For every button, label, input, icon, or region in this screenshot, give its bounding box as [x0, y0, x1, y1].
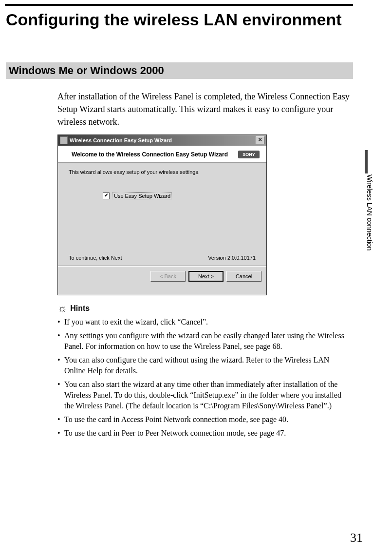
wizard-header: Welcome to the Wireless Connection Easy …	[58, 146, 266, 162]
wizard-body: This wizard allows easy setup of your wi…	[58, 163, 266, 266]
use-easy-setup-label: Use Easy Setup Wizard	[112, 192, 172, 199]
hint-text: You can also configure the card without …	[64, 355, 352, 376]
list-item: •If you want to exit the wizard, click “…	[57, 317, 352, 327]
wizard-checkbox-row: ✔ Use Easy Setup Wizard	[103, 192, 256, 199]
wizard-titlebar: Wireless Connection Easy Setup Wizard ✕	[58, 135, 266, 146]
hint-text: To use the card in Access Point Network …	[64, 414, 288, 425]
brand-badge: SONY	[238, 151, 260, 158]
hints-section: ☼ Hints •If you want to exit the wizard,…	[57, 303, 352, 441]
list-item: •To use the card in Peer to Peer Network…	[57, 428, 352, 439]
next-button[interactable]: Next >	[188, 271, 224, 282]
hints-label: Hints	[70, 303, 90, 314]
cancel-button[interactable]: Cancel	[226, 271, 261, 282]
hint-text: Any settings you configure with the wiza…	[64, 330, 352, 352]
bullet-dot: •	[57, 379, 64, 411]
bullet-dot: •	[57, 330, 64, 352]
use-easy-setup-checkbox[interactable]: ✔	[103, 192, 110, 199]
hint-icon: ☼	[57, 303, 67, 314]
page-number: 31	[350, 531, 363, 545]
hint-text: If you want to exit the wizard, click “C…	[64, 317, 208, 327]
hints-heading: ☼ Hints	[57, 303, 352, 314]
wizard-description: This wizard allows easy setup of your wi…	[69, 169, 256, 175]
wizard-welcome-text: Welcome to the Wireless Connection Easy …	[72, 151, 238, 158]
hint-text: You can also start the wizard at any tim…	[64, 379, 352, 411]
close-icon[interactable]: ✕	[256, 136, 264, 144]
wizard-version-text: Version 2.0.0.10171	[208, 255, 256, 261]
side-tab-label: Wireless LAN connection	[366, 174, 373, 250]
section-heading-bar: Windows Me or Windows 2000	[6, 62, 353, 79]
bullet-dot: •	[57, 317, 64, 327]
bullet-dot: •	[57, 428, 64, 439]
side-tab-marker	[365, 150, 368, 173]
back-button: < Back	[150, 271, 186, 282]
bullet-dot: •	[57, 414, 64, 425]
hints-list: •If you want to exit the wizard, click “…	[57, 317, 352, 439]
list-item: •You can also start the wizard at any ti…	[57, 379, 352, 411]
list-item: •To use the card in Access Point Network…	[57, 414, 352, 425]
list-item: •Any settings you configure with the wiz…	[57, 330, 352, 352]
wizard-window: Wireless Connection Easy Setup Wizard ✕ …	[57, 134, 267, 295]
page-title: Configuring the wireless LAN environment	[6, 10, 347, 29]
wizard-title-text: Wireless Connection Easy Setup Wizard	[70, 137, 172, 143]
bullet-dot: •	[57, 355, 64, 376]
hint-text: To use the card in Peer to Peer Network …	[64, 428, 286, 439]
list-item: •You can also configure the card without…	[57, 355, 352, 376]
wizard-button-bar: < Back Next > Cancel	[58, 266, 266, 287]
intro-paragraph: After installation of the Wireless Panel…	[57, 90, 350, 128]
top-rule	[5, 4, 353, 6]
wizard-app-icon	[60, 136, 68, 144]
wizard-continue-text: To continue, click Next	[69, 255, 122, 261]
